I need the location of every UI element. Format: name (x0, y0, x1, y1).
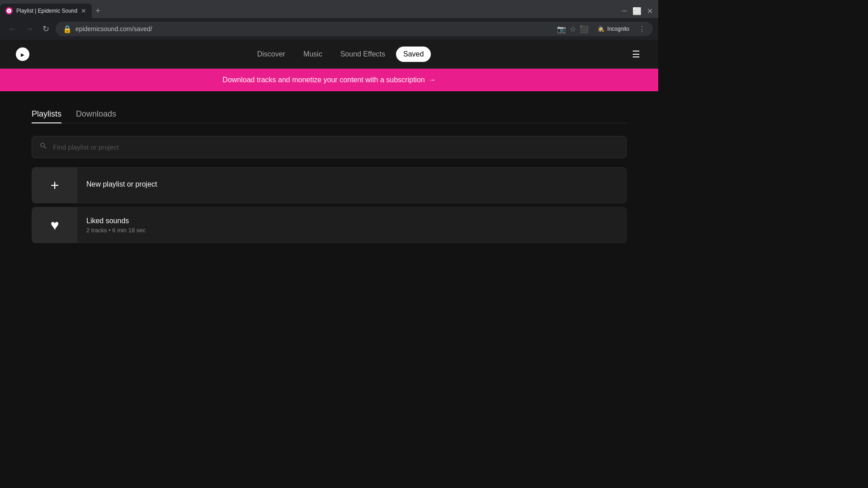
incognito-avatar-icon: 🕵️ (598, 26, 604, 32)
nav-discover[interactable]: Discover (250, 47, 292, 62)
banner-text: Download tracks and monetize your conten… (222, 76, 425, 84)
header-right: ☰ (628, 45, 644, 63)
url-text: epidemicsound.com/saved/ (75, 25, 152, 33)
promo-banner[interactable]: Download tracks and monetize your conten… (0, 69, 658, 91)
app-header: Discover Music Sound Effects Saved ☰ (0, 40, 658, 69)
logo[interactable] (14, 46, 31, 62)
tab-bar: Playlist | Epidemic Sound ✕ + ─ ⬜ ✕ (0, 0, 658, 18)
incognito-button[interactable]: 🕵️ Incognito (592, 24, 635, 34)
banner-arrow-icon: → (429, 76, 436, 84)
liked-sounds-name: Liked sounds (86, 217, 617, 225)
address-bar-actions: 📷 ☆ ⬛ 🕵️ Incognito ⋮ (557, 24, 646, 34)
menu-button[interactable]: ☰ (628, 45, 644, 63)
tab-title: Playlist | Epidemic Sound (16, 8, 77, 14)
tab-close-button[interactable]: ✕ (81, 7, 86, 14)
heart-icon: ♥ (51, 217, 59, 234)
search-icon (39, 142, 47, 152)
search-container (32, 136, 627, 158)
new-playlist-info: New playlist or project (77, 173, 626, 197)
new-playlist-item[interactable]: + New playlist or project (32, 167, 627, 203)
more-options-icon[interactable]: ⋮ (638, 25, 646, 33)
nav-saved[interactable]: Saved (396, 47, 431, 62)
main-content: Playlists Downloads + New playlist or pr… (0, 91, 658, 370)
section-tabs: Playlists Downloads (32, 106, 627, 123)
address-bar-row: ← → ↻ 🔒 epidemicsound.com/saved/ 📷 ☆ ⬛ 🕵… (0, 18, 658, 40)
app: Discover Music Sound Effects Saved ☰ Dow… (0, 40, 658, 370)
active-tab[interactable]: Playlist | Epidemic Sound ✕ (0, 4, 92, 18)
new-tab-button[interactable]: + (92, 6, 104, 16)
extension-icon[interactable]: ⬛ (580, 25, 589, 33)
new-playlist-thumbnail: + (32, 167, 77, 203)
liked-sounds-item[interactable]: ♥ Liked sounds 2 tracks • 6 min 18 sec (32, 207, 627, 243)
browser-chrome: Playlist | Epidemic Sound ✕ + ─ ⬜ ✕ ← → … (0, 0, 658, 40)
tab-downloads[interactable]: Downloads (76, 106, 116, 123)
liked-sounds-info: Liked sounds 2 tracks • 6 min 18 sec (77, 210, 626, 241)
main-nav: Discover Music Sound Effects Saved (52, 47, 628, 62)
reload-button[interactable]: ↻ (40, 22, 52, 36)
window-controls: ─ ⬜ ✕ (620, 5, 658, 17)
plus-icon: + (51, 177, 59, 194)
new-playlist-label: New playlist or project (86, 180, 617, 188)
liked-sounds-meta: 2 tracks • 6 min 18 sec (86, 227, 617, 234)
back-button[interactable]: ← (5, 23, 19, 36)
nav-sound-effects[interactable]: Sound Effects (333, 47, 392, 62)
address-bar[interactable]: 🔒 epidemicsound.com/saved/ 📷 ☆ ⬛ 🕵️ Inco… (56, 22, 653, 36)
close-window-button[interactable]: ✕ (645, 5, 655, 17)
tab-favicon (5, 7, 13, 14)
tab-playlists[interactable]: Playlists (32, 106, 61, 123)
liked-sounds-thumbnail: ♥ (32, 207, 77, 243)
forward-button[interactable]: → (23, 23, 36, 36)
minimize-button[interactable]: ─ (620, 5, 629, 17)
nav-music[interactable]: Music (296, 47, 330, 62)
lock-icon: 🔒 (63, 25, 72, 33)
search-input[interactable] (53, 143, 619, 151)
maximize-button[interactable]: ⬜ (631, 5, 643, 17)
camera-off-icon: 📷 (557, 25, 566, 33)
bookmark-icon[interactable]: ☆ (570, 25, 576, 33)
